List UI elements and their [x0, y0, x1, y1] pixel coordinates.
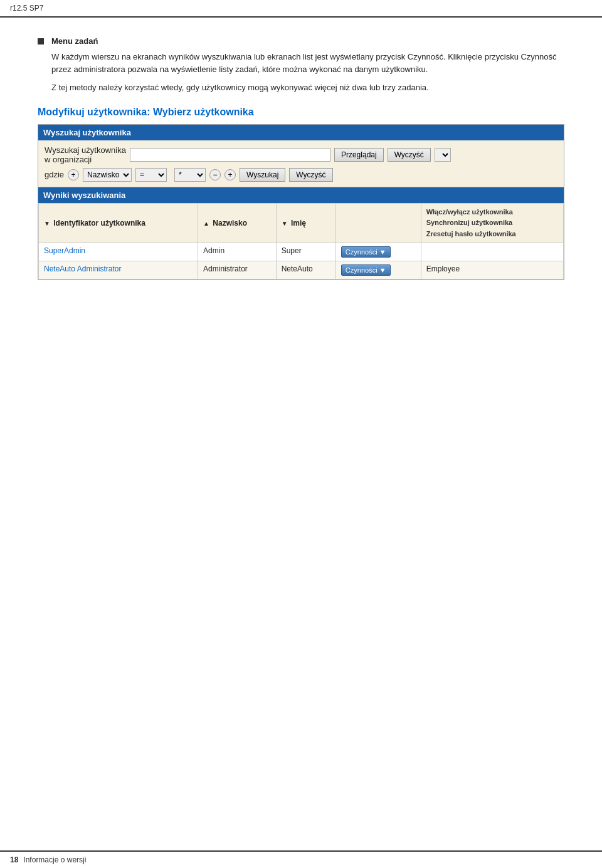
col-header-id[interactable]: ▼ Identyfikator użytkownika	[39, 203, 198, 243]
table-header-row: ▼ Identyfikator użytkownika ▲ Nazwisko ▼…	[39, 203, 564, 243]
czynnosci-button-1[interactable]: Czynności ▼	[341, 246, 391, 258]
col-firstname-label: Imię	[291, 219, 306, 227]
cell-action-2: Czynności ▼	[335, 261, 421, 280]
search-org-input[interactable]	[130, 148, 330, 162]
col-header-extra: Włącz/wyłącz użytkownika Synchronizuj uż…	[421, 203, 563, 243]
col-header-action	[335, 203, 421, 243]
wyszukaj-button[interactable]: Wyszukaj	[240, 168, 285, 182]
action-menu-header: Włącz/wyłącz użytkownika Synchronizuj uż…	[426, 207, 558, 240]
top-bar: r12.5 SP7	[0, 0, 602, 18]
section-heading: Modyfikuj użytkownika: Wybierz użytkowni…	[38, 107, 564, 118]
przegladaj-button[interactable]: Przeglądaj	[334, 148, 384, 162]
search-row-2: gdzie + Nazwisko = * − + Wyszukaj Wyczyś…	[45, 168, 557, 182]
search-panel-body: Wyszukaj użytkownika w organizacji Przeg…	[38, 140, 564, 187]
action-menu-item-3: Zresetuj hasło użytkownika	[426, 229, 558, 240]
action-menu-item-1: Włącz/wyłącz użytkownika	[426, 207, 558, 218]
cell-id-2: NeteAuto Administrator	[39, 261, 198, 280]
cell-firstname-2: NeteAuto	[276, 261, 335, 280]
action-menu-item-2: Synchronizuj użytkownika	[426, 217, 558, 229]
value-modifier-select[interactable]: *	[174, 168, 206, 182]
cell-id-1: SuperAdmin	[39, 243, 198, 261]
wyczysc-button-2[interactable]: Wyczyść	[289, 168, 332, 182]
main-content: Menu zadań W każdym wierszu na ekranach …	[0, 18, 602, 318]
results-panel-header: Wyniki wyszukiwania	[38, 187, 564, 203]
operator-select[interactable]: =	[135, 168, 167, 182]
cell-lastname-2: Administrator	[198, 261, 277, 280]
table-row: SuperAdmin Admin Super Czynności ▼	[39, 243, 564, 261]
bottom-bar: 18 Informacje o wersji	[0, 850, 602, 868]
add-condition-button[interactable]: +	[68, 169, 79, 180]
cell-action-1: Czynności ▼	[335, 243, 421, 261]
bullet-title: Menu zadań	[51, 36, 564, 46]
bullet-icon	[38, 38, 44, 44]
user-id-link-2[interactable]: NeteAuto Administrator	[44, 264, 121, 273]
wyczysc-button-1[interactable]: Wyczyść	[388, 148, 431, 162]
field-select[interactable]: Nazwisko	[83, 168, 132, 182]
col-sort-arrow-lastname: ▲	[203, 220, 209, 227]
bullet-section: Menu zadań W każdym wierszu na ekranach …	[38, 36, 564, 94]
version-label: r12.5 SP7	[10, 4, 43, 13]
org-select[interactable]	[435, 148, 451, 162]
remove-condition-button[interactable]: −	[209, 169, 221, 180]
page-number: 18	[10, 855, 18, 864]
col-sort-arrow-id: ▼	[44, 220, 50, 227]
czynnosci-button-2[interactable]: Czynności ▼	[341, 264, 391, 276]
user-id-link-1[interactable]: SuperAdmin	[44, 246, 85, 255]
search-row1-label: Wyszukaj użytkownika w organizacji	[45, 145, 126, 164]
bottom-label: Informacje o wersji	[23, 855, 86, 864]
cell-lastname-1: Admin	[198, 243, 277, 261]
cell-extra-1	[421, 243, 563, 261]
col-sort-arrow-firstname: ▼	[282, 220, 288, 227]
cell-firstname-1: Super	[276, 243, 335, 261]
results-panel: Wyniki wyszukiwania ▼ Identyfikator użyt…	[38, 187, 564, 281]
col-header-lastname[interactable]: ▲ Nazwisko	[198, 203, 277, 243]
col-lastname-label: Nazwisko	[213, 219, 247, 227]
add-condition-button2[interactable]: +	[224, 169, 236, 180]
table-row: NeteAuto Administrator Administrator Net…	[39, 261, 564, 280]
gdzie-label: gdzie	[45, 170, 64, 179]
search-panel-header: Wyszukaj użytkownika	[38, 125, 564, 140]
cell-extra-2: Employee	[421, 261, 563, 280]
bullet-text-block: Menu zadań W każdym wierszu na ekranach …	[51, 36, 564, 94]
search-panel: Wyszukaj użytkownika Wyszukaj użytkownik…	[38, 124, 564, 187]
bullet-para2: Z tej metody należy korzystać wtedy, gdy…	[51, 81, 564, 94]
bullet-para1: W każdym wierszu na ekranach wyników wys…	[51, 51, 564, 75]
results-table: ▼ Identyfikator użytkownika ▲ Nazwisko ▼…	[38, 203, 564, 280]
search-row-1: Wyszukaj użytkownika w organizacji Przeg…	[45, 145, 557, 164]
col-id-label: Identyfikator użytkownika	[53, 219, 145, 227]
col-header-firstname[interactable]: ▼ Imię	[276, 203, 335, 243]
